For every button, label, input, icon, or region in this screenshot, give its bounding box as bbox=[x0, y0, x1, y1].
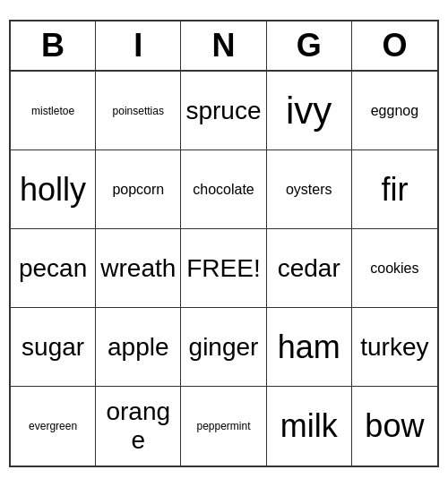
bingo-header: BINGO bbox=[11, 21, 437, 72]
bingo-cell: oysters bbox=[267, 150, 352, 229]
bingo-cell: orange bbox=[96, 387, 181, 466]
bingo-cell: eggnog bbox=[352, 72, 437, 150]
bingo-cell: peppermint bbox=[181, 387, 266, 466]
bingo-cell: holly bbox=[11, 150, 96, 229]
bingo-cell: milk bbox=[267, 387, 352, 466]
bingo-cell: sugar bbox=[11, 308, 96, 387]
bingo-cell: ham bbox=[267, 308, 352, 387]
bingo-header-letter: O bbox=[352, 21, 437, 70]
bingo-cell: cookies bbox=[352, 229, 437, 308]
bingo-cell: wreath bbox=[96, 229, 181, 308]
bingo-cell: spruce bbox=[181, 72, 266, 150]
bingo-cell: evergreen bbox=[11, 387, 96, 466]
bingo-cell: pecan bbox=[11, 229, 96, 308]
bingo-header-letter: G bbox=[267, 21, 352, 70]
bingo-header-letter: I bbox=[96, 21, 181, 70]
bingo-grid: mistletoepoinsettiasspruceivyeggnogholly… bbox=[11, 72, 437, 466]
bingo-cell: bow bbox=[352, 387, 437, 466]
bingo-cell: cedar bbox=[267, 229, 352, 308]
bingo-cell: FREE! bbox=[181, 229, 266, 308]
bingo-header-letter: B bbox=[11, 21, 96, 70]
bingo-cell: turkey bbox=[352, 308, 437, 387]
bingo-card: BINGO mistletoepoinsettiasspruceivyeggno… bbox=[9, 20, 439, 467]
bingo-cell: fir bbox=[352, 150, 437, 229]
bingo-header-letter: N bbox=[181, 21, 266, 70]
bingo-cell: mistletoe bbox=[11, 72, 96, 150]
bingo-cell: popcorn bbox=[96, 150, 181, 229]
bingo-cell: ivy bbox=[267, 72, 352, 150]
bingo-cell: ginger bbox=[181, 308, 266, 387]
bingo-cell: poinsettias bbox=[96, 72, 181, 150]
bingo-cell: apple bbox=[96, 308, 181, 387]
bingo-cell: chocolate bbox=[181, 150, 266, 229]
